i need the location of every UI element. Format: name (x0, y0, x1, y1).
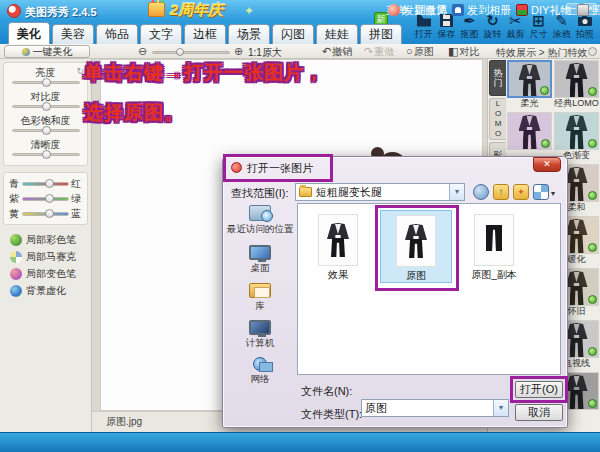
tab-frames[interactable]: 边框 (184, 24, 226, 44)
tab-doll[interactable]: 娃娃 (316, 24, 358, 44)
zoom-slider-thumb[interactable] (176, 48, 184, 56)
cancel-dialog-button[interactable]: 取消 (515, 404, 563, 421)
file-thumbnail (318, 214, 358, 266)
contrast-slider-thumb[interactable] (42, 102, 51, 111)
place-computer[interactable]: 计算机 (227, 320, 293, 348)
place-network[interactable]: 网络 (227, 357, 293, 384)
lookin-label: 查找范围(I): (231, 186, 288, 201)
tab-flash[interactable]: 闪图 (272, 24, 314, 44)
vtab-hot[interactable]: 热门 (489, 60, 506, 96)
effect-classic-lomo[interactable]: 经典LOMO (554, 60, 599, 110)
zoom-out-icon[interactable]: ⊖ (138, 45, 147, 58)
one-key-beautify-button[interactable]: 一键美化 (4, 45, 90, 58)
collapse-panel-icon[interactable] (588, 47, 597, 56)
file-thumbnail (396, 215, 436, 267)
diy-gift-button[interactable]: DIY礼物 (516, 3, 571, 17)
recolor-pen-icon (10, 268, 22, 280)
sparkle-icon: ✦ (244, 4, 254, 18)
computer-icon (249, 320, 271, 335)
cyan-red-slider[interactable] (22, 182, 69, 186)
reset-icon[interactable]: ↻ (76, 66, 84, 76)
up-folder-icon[interactable]: ↑ (493, 184, 509, 200)
annotation-line-1: 单击右键→打开一张图片， (84, 60, 324, 86)
file-item-copy[interactable]: 原图_副本 (458, 210, 530, 281)
cyan-red-thumb[interactable] (45, 179, 54, 188)
saturation-slider[interactable] (12, 129, 80, 132)
favorite-badge-icon (588, 295, 597, 304)
undo-icon: ↶ (322, 45, 331, 57)
tab-cosmesis[interactable]: 美容 (52, 24, 94, 44)
filename-combobox[interactable]: 原图 ▾ (361, 399, 509, 417)
redo-button[interactable]: ↷重做 (364, 45, 394, 59)
annotation-line-2: 选择原图。 (84, 100, 324, 126)
contrast-slider[interactable] (12, 105, 80, 108)
purple-green-thumb[interactable] (45, 194, 54, 203)
views-arrow-icon[interactable]: ▾ (551, 189, 555, 198)
left-adjust-panel: 亮度↻ 对比度 色彩饱和度 清晰度 青 红 紫 绿 黄 蓝 (0, 59, 92, 432)
file-item-effect[interactable]: 效果 (302, 210, 374, 281)
effect-color-gradient[interactable]: 色渐变 (554, 112, 599, 162)
saturation-slider-thumb[interactable] (42, 126, 51, 135)
show-original-button[interactable]: ○原图 (406, 45, 434, 59)
purple-green-row: 紫 绿 (9, 191, 82, 206)
dialog-app-icon (231, 162, 242, 173)
place-libraries[interactable]: 库 (227, 283, 293, 311)
magic-icon (22, 48, 30, 56)
sharpness-slider-thumb[interactable] (42, 150, 51, 159)
views-icon[interactable] (533, 184, 549, 200)
app-window: 美图秀秀 2.4.5 2周年庆 ✦ 新 菜单 提意见 | ─ ✕ 打开 保存 ✒… (0, 0, 600, 452)
favorite-badge-icon (588, 191, 597, 200)
background-blur-tool[interactable]: 背景虚化 (0, 282, 92, 299)
tab-accessories[interactable]: 饰品 (96, 24, 138, 44)
purple-green-slider[interactable] (22, 197, 69, 201)
zoom-slider-track[interactable] (152, 51, 230, 54)
back-nav-icon[interactable] (473, 184, 489, 200)
place-recent[interactable]: 最近访问的位置 (227, 205, 293, 234)
file-thumbnail (474, 214, 514, 266)
saturation-label: 色彩饱和度 (9, 114, 82, 126)
local-mosaic-tool[interactable]: 局部马赛克 (0, 248, 92, 265)
chevron-down-icon[interactable]: ▾ (493, 400, 508, 416)
favorite-badge-icon (588, 347, 597, 356)
brightness-slider-thumb[interactable] (42, 78, 51, 87)
contrast-label: 对比度 (9, 90, 82, 102)
tab-beautify[interactable]: 美化 (8, 22, 50, 44)
effect-thumb (507, 112, 552, 150)
dialog-close-button[interactable]: ✕ (533, 157, 561, 172)
effect-soft-light[interactable]: 柔光 (507, 60, 552, 110)
yellow-blue-row: 黄 蓝 (9, 206, 82, 221)
color-pen-icon (10, 234, 22, 246)
favorite-badge-icon (588, 399, 597, 408)
brightness-slider[interactable] (12, 81, 80, 84)
vtab-lomo[interactable]: LOMO (489, 98, 506, 140)
yellow-blue-thumb[interactable] (45, 209, 54, 218)
gift-icon (516, 4, 528, 16)
effect-purple[interactable] (507, 112, 552, 162)
local-recolor-pen-tool[interactable]: 局部变色笔 (0, 265, 92, 282)
chevron-down-icon[interactable]: ▾ (449, 184, 464, 200)
compare-icon: ◧ (448, 45, 458, 57)
yellow-blue-slider[interactable] (22, 212, 69, 216)
new-folder-icon[interactable]: ✦ (513, 184, 529, 200)
tab-text[interactable]: 文字 (140, 24, 182, 44)
sharpness-slider[interactable] (12, 153, 80, 156)
place-desktop[interactable]: 桌面 (227, 245, 293, 273)
open-file-dialog: 打开一张图片 ✕ 查找范围(I): 短粗腿变长腿 ▾ ↑ ✦ ▾ 最近访问的位置… (222, 156, 568, 428)
effects-header: 特效展示 > 热门特效 (496, 46, 587, 60)
undo-button[interactable]: ↶撤销 (322, 45, 352, 59)
share-album-button[interactable]: 发到相册 (452, 3, 511, 17)
compare-button[interactable]: ◧对比 (448, 45, 479, 59)
tab-scenes[interactable]: 场景 (228, 24, 270, 44)
photo-print-button[interactable]: 照片 (577, 3, 600, 17)
tab-collage[interactable]: 拼图 (360, 24, 402, 44)
share-weibo-button[interactable]: 发到微博 (388, 3, 447, 17)
local-color-pen-tool[interactable]: 局部彩色笔 (0, 231, 92, 248)
file-item-original[interactable]: 原图 (380, 210, 452, 283)
open-confirm-button[interactable]: 打开(O) (515, 381, 563, 398)
zoom-in-icon[interactable]: ⊕ (234, 45, 243, 58)
zoom-level-label[interactable]: 1:1原大 (248, 46, 282, 60)
folder-icon (299, 187, 312, 197)
favorite-badge-icon (541, 139, 550, 148)
lookin-combobox[interactable]: 短粗腿变长腿 ▾ (295, 183, 465, 201)
redo-icon: ↷ (364, 45, 373, 57)
